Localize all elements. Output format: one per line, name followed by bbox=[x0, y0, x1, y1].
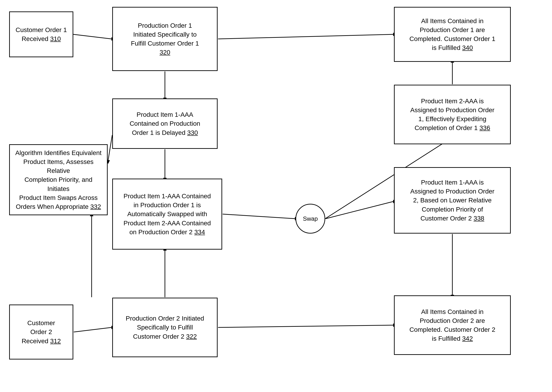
box-312-ref: 312 bbox=[50, 337, 61, 345]
box-342: All Items Contained inProduction Order 2… bbox=[394, 295, 511, 355]
box-322-ref: 322 bbox=[186, 333, 197, 340]
box-332-ref: 332 bbox=[90, 203, 101, 210]
box-312: CustomerOrder 2Received 312 bbox=[9, 305, 73, 359]
box-342-label: All Items Contained inProduction Order 2… bbox=[409, 308, 495, 342]
circle-swap-label: Swap bbox=[303, 215, 318, 222]
box-320-ref: 320 bbox=[160, 49, 170, 56]
box-334-ref: 334 bbox=[194, 229, 205, 236]
box-340-label: All Items Contained inProduction Order 1… bbox=[409, 17, 495, 51]
box-340: All Items Contained inProduction Order 1… bbox=[394, 7, 511, 62]
svg-line-18 bbox=[223, 214, 295, 219]
box-330: Product Item 1-AAAContained on Productio… bbox=[112, 98, 218, 149]
box-336: Product Item 2-AAA isAssigned to Product… bbox=[394, 85, 511, 144]
circle-swap: Swap bbox=[296, 204, 325, 234]
box-338-ref: 338 bbox=[474, 215, 484, 222]
svg-line-26 bbox=[218, 325, 393, 327]
box-310: Customer Order 1 Received 310 bbox=[9, 11, 73, 57]
box-342-ref: 342 bbox=[462, 335, 473, 342]
diagram: Customer Order 1 Received 310 Production… bbox=[0, 0, 552, 392]
box-336-ref: 336 bbox=[479, 124, 490, 131]
svg-line-6 bbox=[108, 135, 112, 160]
svg-line-2 bbox=[218, 34, 393, 39]
box-332-label: Algorithm Identifies EquivalentProduct I… bbox=[15, 149, 102, 210]
box-330-ref: 330 bbox=[187, 129, 198, 136]
box-320: Production Order 1Initiated Specifically… bbox=[112, 7, 218, 71]
svg-line-0 bbox=[73, 34, 112, 39]
box-338: Product Item 1-AAA isAssigned to Product… bbox=[394, 167, 511, 234]
svg-line-16 bbox=[326, 202, 393, 219]
svg-line-24 bbox=[74, 327, 112, 332]
box-322: Production Order 2 InitiatedSpecifically… bbox=[112, 298, 218, 357]
box-310-ref: 310 bbox=[50, 35, 61, 42]
box-320-label: Production Order 1Initiated Specifically… bbox=[131, 22, 199, 47]
box-334: Product Item 1-AAA Containedin Productio… bbox=[112, 179, 222, 250]
box-340-ref: 340 bbox=[462, 44, 473, 51]
box-332: Algorithm Identifies EquivalentProduct I… bbox=[9, 144, 108, 215]
